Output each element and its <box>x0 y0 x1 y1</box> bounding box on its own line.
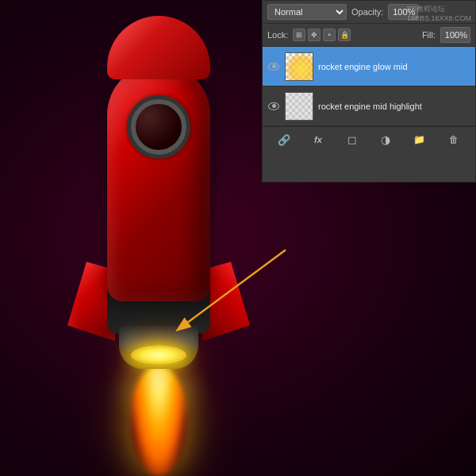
adjustment-layer-button[interactable]: ◑ <box>377 131 394 148</box>
layers-panel: Normal Opacity: PS教程论坛16BBS.16XX8.COM Lo… <box>262 0 476 182</box>
layer-effects-button[interactable]: fx <box>309 131 327 148</box>
layer-thumbnail <box>285 52 313 81</box>
watermark-text: PS教程论坛16BBS.16XX8.COM <box>407 4 471 22</box>
layer-row[interactable]: rocket engine glow mid <box>263 47 475 86</box>
blend-mode-select[interactable]: Normal <box>267 4 347 20</box>
fill-label: Fill: <box>422 30 436 40</box>
rocket: PS <box>63 16 254 460</box>
lock-all-btn[interactable]: 🔒 <box>338 29 351 41</box>
lock-label: Lock: <box>267 30 288 40</box>
layer-thumb-preview-glow <box>286 53 313 80</box>
rocket-nozzle <box>119 325 198 369</box>
panel-toolbar: 🔗 fx ◻ ◑ 📁 🗑 <box>263 126 475 152</box>
lock-checkerboard-btn[interactable]: ⊞ <box>293 29 305 41</box>
porthole-glass <box>133 102 184 152</box>
layer-name: rocket engine glow mid <box>318 62 470 71</box>
layer-thumbnail <box>285 92 313 121</box>
layer-visibility-toggle[interactable] <box>267 100 280 113</box>
panel-topbar: Normal Opacity: PS教程论坛16BBS.16XX8.COM <box>263 1 475 24</box>
new-group-button[interactable]: 📁 <box>411 131 428 148</box>
eye-icon <box>268 102 279 110</box>
lock-paint-btn[interactable]: ⁍ <box>323 29 336 41</box>
rocket-nose <box>107 16 210 79</box>
lock-icons-group: ⊞ ✥ ⁍ 🔒 <box>293 29 351 41</box>
add-mask-button[interactable]: ◻ <box>344 131 361 148</box>
layer-name: rocket engine mid highlight <box>318 102 470 111</box>
layers-list: rocket engine glow mid rocket engine mid… <box>263 47 475 126</box>
delete-layer-button[interactable]: 🗑 <box>445 131 463 148</box>
rocket-flame <box>131 365 186 476</box>
eye-icon <box>268 63 279 71</box>
layer-visibility-toggle[interactable] <box>267 60 280 73</box>
rocket-porthole <box>127 95 190 159</box>
opacity-label: Opacity: <box>351 7 383 17</box>
lock-move-btn[interactable]: ✥ <box>308 29 321 41</box>
fill-input[interactable] <box>440 27 470 43</box>
layer-thumb-preview-mid <box>286 93 313 120</box>
link-layers-button[interactable]: 🔗 <box>275 131 293 148</box>
lock-row: Lock: ⊞ ✥ ⁍ 🔒 Fill: <box>263 24 475 47</box>
layer-row[interactable]: rocket engine mid highlight <box>263 86 475 126</box>
